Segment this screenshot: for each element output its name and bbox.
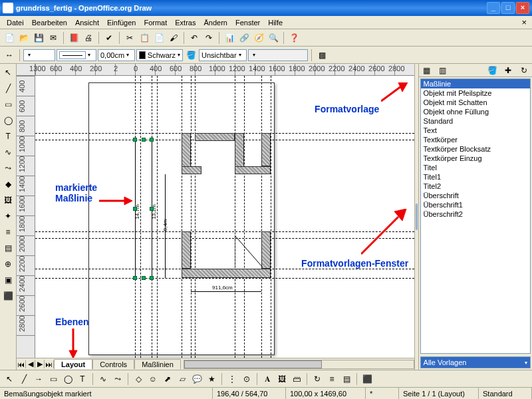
menu-aendern[interactable]: Ändern <box>200 17 231 28</box>
insert-icon[interactable]: ⊕ <box>1 257 15 271</box>
hyperlink-icon[interactable]: 🔗 <box>237 31 251 45</box>
align-icon[interactable]: ≡ <box>1 225 15 239</box>
graphics-styles-icon[interactable]: ▦ <box>420 64 434 77</box>
menu-einfuegen[interactable]: Einfügen <box>103 17 140 28</box>
block-arrows-icon[interactable]: ⬈ <box>161 372 174 386</box>
gallery-icon[interactable]: 🗃 <box>290 372 303 386</box>
style-item[interactable]: Objekt ohne Füllung <box>421 107 530 116</box>
text-tool-icon[interactable]: T <box>1 129 15 144</box>
spellcheck-icon[interactable]: ✔ <box>102 31 116 45</box>
style-item[interactable]: Titel <box>421 163 530 172</box>
line-width-combo[interactable]: 0,00cm▾ <box>98 49 135 61</box>
style-item[interactable]: Überschrift1 <box>421 200 530 209</box>
line-style-combo[interactable]: ▾ <box>57 49 96 61</box>
style-item[interactable]: Textkörper Einzug <box>421 154 530 163</box>
style-filter-combo[interactable]: Alle Vorlagen▾ <box>420 356 531 368</box>
zoom-icon[interactable]: 🔍 <box>267 31 280 45</box>
arrange-icon[interactable]: ▤ <box>1 241 15 255</box>
status-zoom[interactable]: * <box>366 388 399 399</box>
symbol-shapes-icon[interactable]: ☺ <box>146 372 160 386</box>
tab-next-icon[interactable]: ▶ <box>35 360 45 368</box>
fill-format-icon[interactable]: 🪣 <box>485 64 499 77</box>
menu-datei[interactable]: Datei <box>3 17 28 28</box>
help-icon[interactable]: ❓ <box>287 31 301 45</box>
extrusion-icon[interactable]: ⬛ <box>1 289 15 303</box>
align-icon[interactable]: ≡ <box>325 372 338 386</box>
drawing-canvas[interactable]: 14,7m 13,2m 8,4m 911,6cm markierte Maßli… <box>35 76 414 358</box>
horizontal-scrollbar[interactable] <box>184 360 414 369</box>
arrow-ends-combo[interactable]: ▾ <box>23 49 55 61</box>
flowchart-icon[interactable]: ▱ <box>176 372 189 386</box>
tab-masslinien[interactable]: Maßlinien <box>134 359 181 369</box>
basic-shapes-icon[interactable]: ◆ <box>1 177 15 192</box>
style-item[interactable]: Maßlinie <box>421 79 530 88</box>
effects-icon[interactable]: ✦ <box>1 209 15 223</box>
fill-icon[interactable]: 🪣 <box>184 49 198 62</box>
open-icon[interactable]: 📂 <box>17 31 31 45</box>
update-style-icon[interactable]: ↻ <box>517 64 531 77</box>
style-item[interactable]: Objekt mit Schatten <box>421 98 530 107</box>
pdf-icon[interactable]: 📕 <box>67 31 80 45</box>
select-icon[interactable]: ↖ <box>1 65 15 80</box>
fontwork-icon[interactable]: 𝐀 <box>261 372 274 386</box>
select-icon[interactable]: ↖ <box>3 372 16 386</box>
print-icon[interactable]: 🖨 <box>82 31 95 45</box>
menu-format[interactable]: Format <box>140 17 171 28</box>
style-item[interactable]: Objekt mit Pfeilspitze <box>421 88 530 98</box>
ellipse-tool-icon[interactable]: ◯ <box>1 113 15 128</box>
close-document-button[interactable]: × <box>519 17 529 27</box>
presentation-styles-icon[interactable]: ▥ <box>436 64 450 77</box>
vertical-ruler[interactable]: 2004006008001000120014001600180020002200… <box>17 76 35 358</box>
text-icon[interactable]: T <box>76 372 89 386</box>
navigator-icon[interactable]: 🧭 <box>252 31 265 45</box>
line-color-combo[interactable]: Schwarz▾ <box>136 49 183 61</box>
line-icon[interactable]: ╱ <box>17 372 31 386</box>
arrow-style-icon[interactable]: ↔ <box>3 49 16 62</box>
style-item[interactable]: Überschrift <box>421 191 530 200</box>
fill-style-combo[interactable]: Unsichtbar▾ <box>199 49 247 61</box>
horizontal-ruler[interactable]: 1300600400200204006008001000120014001600… <box>17 64 414 76</box>
save-icon[interactable]: 💾 <box>32 31 45 45</box>
maximize-button[interactable]: □ <box>501 2 515 14</box>
cut-icon[interactable]: ✂ <box>123 31 136 45</box>
minimize-button[interactable]: _ <box>487 2 500 14</box>
email-icon[interactable]: ✉ <box>47 31 60 45</box>
ellipse-icon[interactable]: ◯ <box>61 372 74 386</box>
menu-ansicht[interactable]: Ansicht <box>71 17 103 28</box>
tab-first-icon[interactable]: ⏮ <box>17 360 26 368</box>
from-file-icon[interactable]: 🖼 <box>275 372 289 386</box>
style-item[interactable]: Titel1 <box>421 172 530 182</box>
style-item[interactable]: Textkörper Blocksatz <box>421 144 530 154</box>
redo-icon[interactable]: ↷ <box>202 31 215 45</box>
connector-icon[interactable]: ⤳ <box>111 372 124 386</box>
arrange-icon[interactable]: ▤ <box>340 372 353 386</box>
points-icon[interactable]: ⋮ <box>225 372 239 386</box>
rect-tool-icon[interactable]: ▭ <box>1 97 15 112</box>
basic-shapes-icon[interactable]: ◇ <box>132 372 145 386</box>
menu-fenster[interactable]: Fenster <box>231 17 264 28</box>
new-style-icon[interactable]: ✚ <box>501 64 515 77</box>
tab-controls[interactable]: Controls <box>92 359 134 369</box>
rotate-icon[interactable]: ↻ <box>311 372 324 386</box>
rect-icon[interactable]: ▭ <box>47 372 60 386</box>
stars-icon[interactable]: ★ <box>205 372 218 386</box>
style-item[interactable]: Text <box>421 126 530 135</box>
undo-icon[interactable]: ↶ <box>188 31 201 45</box>
tab-layout[interactable]: Layout <box>54 359 92 369</box>
chart-icon[interactable]: 📊 <box>223 31 236 45</box>
line-arrow-icon[interactable]: → <box>32 372 45 386</box>
style-item[interactable]: Standard <box>421 116 530 126</box>
close-button[interactable]: × <box>516 2 529 14</box>
controls-icon[interactable]: ▣ <box>1 273 15 287</box>
callouts-icon[interactable]: 💬 <box>190 372 203 386</box>
tab-last-icon[interactable]: ⏭ <box>45 360 54 368</box>
style-list[interactable]: Maßlinie Objekt mit Pfeilspitze Objekt m… <box>420 78 531 354</box>
menu-hilfe[interactable]: Hilfe <box>264 17 287 28</box>
gallery-icon[interactable]: 🖼 <box>1 193 15 207</box>
menu-bearbeiten[interactable]: Bearbeiten <box>28 17 71 28</box>
new-icon[interactable]: 📄 <box>3 31 16 45</box>
fill-color-combo[interactable]: ▾ <box>248 49 308 61</box>
curve-tool-icon[interactable]: ∿ <box>1 145 15 160</box>
connector-tool-icon[interactable]: ⤳ <box>1 161 15 176</box>
copy-icon[interactable]: 📋 <box>138 31 151 45</box>
